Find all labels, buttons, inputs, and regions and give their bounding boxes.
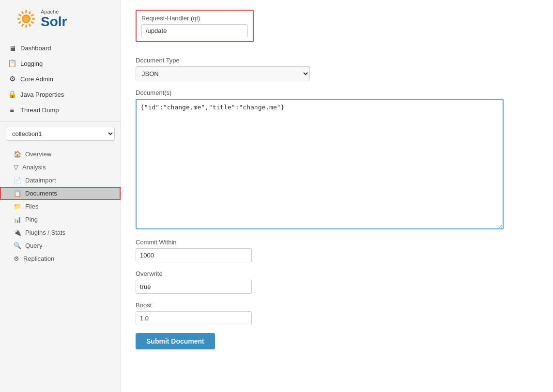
svg-line-4 [31,22,33,23]
logo-text: Apache Solr [41,9,67,30]
plugins-stats-icon: 🔌 [14,229,21,236]
svg-line-8 [18,22,21,23]
sub-nav-item-overview[interactable]: 🏠 Overview [0,148,121,161]
boost-label: Boost [136,302,504,309]
request-handler-group: Request-Handler (qt) [136,10,504,49]
sidebar-item-dashboard[interactable]: 🖥 Dashboard [0,40,121,56]
document-type-select[interactable]: JSON XML CSV PDF DOC XSLT Solr Cell [136,66,310,81]
documents-group: Document(s) {"id":"change.me","title":"c… [136,89,504,231]
overview-icon: 🏠 [14,151,21,158]
commit-within-input[interactable] [136,248,252,262]
sub-nav-item-documents[interactable]: 📋 Documents [0,187,121,200]
collection-selector: collection1 [6,127,115,141]
sub-nav-item-query[interactable]: 🔍 Query [0,239,121,252]
dashboard-icon: 🖥 [8,44,16,52]
svg-line-10 [18,15,21,16]
files-label: Files [25,203,38,210]
document-type-label: Document Type [136,57,504,64]
ping-icon: 📊 [14,216,21,223]
query-icon: 🔍 [14,242,21,249]
commit-within-label: Commit Within [136,239,504,246]
svg-point-13 [23,16,29,22]
sub-nav-item-plugins-stats[interactable]: 🔌 Plugins / Stats [0,226,121,239]
main-nav: 🖥 Dashboard 📋 Logging ⚙ Core Admin 🔒 Jav… [0,36,121,122]
replication-icon: ⚙ [14,255,19,262]
analysis-label: Analysis [22,164,46,171]
svg-line-1 [29,11,31,14]
logo-area: Apache Solr [0,0,121,36]
solr-logo-icon [8,6,37,32]
svg-line-2 [31,15,33,16]
sub-nav-item-ping[interactable]: 📊 Ping [0,213,121,226]
boost-group: Boost [136,302,504,325]
svg-line-7 [22,24,23,26]
collection-select[interactable]: collection1 [6,127,115,141]
sub-nav-item-files[interactable]: 📁 Files [0,200,121,213]
overwrite-label: Overwrite [136,270,504,277]
plugins-stats-label: Plugins / Stats [25,229,65,236]
solr-label: Solr [41,15,67,30]
submit-group: Submit Document [136,333,504,349]
boost-input[interactable] [136,311,252,325]
thread-dump-label: Thread Dump [20,106,59,114]
commit-within-group: Commit Within [136,239,504,262]
core-admin-label: Core Admin [20,75,53,83]
svg-line-11 [22,11,23,14]
sub-nav: 🏠 Overview ▽ Analysis 📄 Dataimport 📋 Doc… [0,146,121,267]
sidebar-item-logging[interactable]: 📋 Logging [0,56,121,71]
core-admin-icon: ⚙ [8,75,16,83]
replication-label: Replication [23,255,54,262]
analysis-icon: ▽ [14,164,18,171]
main-content: Request-Handler (qt) Document Type JSON … [121,0,553,392]
files-icon: 📁 [14,203,21,210]
sub-nav-item-analysis[interactable]: ▽ Analysis [0,161,121,174]
dataimport-icon: 📄 [14,177,21,184]
document-type-group: Document Type JSON XML CSV PDF DOC XSLT … [136,57,504,81]
overwrite-group: Overwrite [136,270,504,294]
request-handler-input[interactable] [141,24,248,37]
documents-label: Documents [25,190,57,197]
java-properties-icon: 🔒 [8,90,16,99]
overwrite-input[interactable] [136,280,252,294]
sub-nav-item-replication[interactable]: ⚙ Replication [0,252,121,265]
overview-label: Overview [25,151,51,158]
java-properties-label: Java Properties [20,91,64,98]
thread-dump-icon: ≡ [8,106,16,114]
sub-nav-item-dataimport[interactable]: 📄 Dataimport [0,174,121,187]
dashboard-label: Dashboard [20,45,51,52]
documents-icon: 📋 [14,190,21,197]
documents-textarea[interactable]: {"id":"change.me","title":"change.me"} [136,99,504,229]
documents-label: Document(s) [136,89,504,96]
ping-label: Ping [25,216,38,223]
sidebar-item-thread-dump[interactable]: ≡ Thread Dump [0,102,121,118]
sidebar: Apache Solr 🖥 Dashboard 📋 Logging ⚙ Core… [0,0,121,392]
svg-line-5 [29,24,31,26]
request-handler-block: Request-Handler (qt) [136,10,254,42]
sidebar-item-core-admin[interactable]: ⚙ Core Admin [0,71,121,87]
logging-label: Logging [20,60,43,67]
submit-document-button[interactable]: Submit Document [136,333,215,349]
sidebar-item-java-properties[interactable]: 🔒 Java Properties [0,87,121,102]
logging-icon: 📋 [8,59,16,68]
request-handler-label: Request-Handler (qt) [141,15,248,22]
dataimport-label: Dataimport [25,177,56,184]
query-label: Query [25,242,42,249]
